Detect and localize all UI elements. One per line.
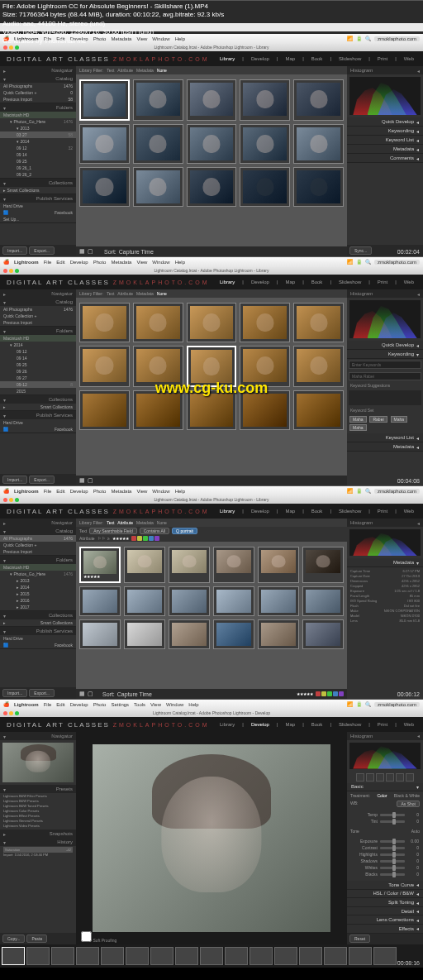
- filmstrip[interactable]: [0, 944, 423, 968]
- thumbnail[interactable]: [240, 79, 290, 121]
- module-slideshow[interactable]: Slideshow: [336, 56, 364, 61]
- thumbnail[interactable]: [133, 390, 183, 430]
- crop-tool-icon[interactable]: [356, 773, 364, 782]
- thumbnail[interactable]: [293, 124, 344, 164]
- thumbnail[interactable]: [79, 79, 130, 121]
- soft-proofing-checkbox[interactable]: [81, 931, 92, 942]
- paste-button[interactable]: Paste: [26, 935, 47, 943]
- gradient-tool-icon[interactable]: [386, 773, 394, 782]
- search-text[interactable]: Q portrait: [172, 528, 197, 534]
- contains-dropdown[interactable]: Contains All: [140, 528, 169, 534]
- thumbnail[interactable]: [258, 619, 299, 649]
- url: zmoklaphoto.com: [374, 36, 420, 41]
- thumbnail[interactable]: [240, 124, 290, 164]
- loupe-view-icon[interactable]: ▢: [88, 248, 93, 255]
- thumbnail[interactable]: [169, 547, 210, 583]
- battery-icon[interactable]: 🔋: [356, 36, 362, 41]
- thumbnail[interactable]: [79, 346, 130, 387]
- module-library[interactable]: Library: [217, 56, 237, 61]
- thumbnail[interactable]: [240, 303, 290, 342]
- right-panel: Histogram◂ Quick Develop◂ Keywording◂ Ke…: [347, 66, 423, 256]
- thumbnail[interactable]: [124, 547, 165, 583]
- identity-plate: DIGITAL ART CLASSES ZMOKLAPHOTO.COM Libr…: [0, 51, 423, 66]
- thumbnail[interactable]: [213, 619, 254, 649]
- thumbnail[interactable]: [187, 124, 237, 164]
- applied-keyword[interactable]: Maha Rabei: [349, 372, 421, 380]
- copy-button[interactable]: Copy...: [2, 935, 25, 943]
- left-panel: ▸Navigator ▾Catalog All Photographs1476 …: [0, 66, 76, 256]
- grid-view-icon[interactable]: ▦: [79, 248, 85, 255]
- module-web[interactable]: Web: [402, 56, 416, 61]
- thumbnail[interactable]: [124, 619, 165, 649]
- temp-slider[interactable]: Temp0: [351, 812, 419, 817]
- thumbnail[interactable]: [133, 79, 183, 121]
- comments-section[interactable]: Comments◂: [347, 154, 423, 163]
- file-info-overlay: File: Adobe Lightroom CC for Absolute Be…: [0, 0, 226, 48]
- thumbnail[interactable]: [187, 79, 237, 121]
- thumbnail[interactable]: [79, 303, 130, 342]
- watermark: www.cg-ku.com: [155, 379, 268, 396]
- thumbnail[interactable]: [133, 124, 183, 164]
- macos-menu-bar: 🍎Lightroom FileEditDevelopPhotoMetadataV…: [0, 257, 423, 266]
- thumbnail[interactable]: [293, 167, 344, 207]
- exposure-slider[interactable]: Exposure0.00: [351, 839, 419, 844]
- thumbnail[interactable]: [302, 586, 344, 616]
- folder-drive[interactable]: Macintosh HD: [0, 112, 76, 118]
- reset-button[interactable]: Reset: [349, 935, 370, 943]
- thumbnail[interactable]: [293, 390, 344, 430]
- thumbnail[interactable]: [124, 586, 165, 616]
- export-button[interactable]: Export...: [29, 246, 55, 255]
- thumbnail[interactable]: [79, 619, 121, 649]
- thumbnail[interactable]: [187, 303, 237, 342]
- keywording-section[interactable]: Keywording◂: [347, 127, 423, 136]
- keyword-list-section[interactable]: Keyword List◂: [347, 136, 423, 145]
- catalog-quick[interactable]: Quick Collection +0: [0, 89, 76, 96]
- module-print[interactable]: Print: [375, 56, 390, 61]
- toolbar: ▦ ▢ Sort: Capture Time: [76, 246, 347, 256]
- thumbnail[interactable]: [187, 167, 237, 207]
- thumbnail[interactable]: [240, 167, 290, 207]
- library-filter: Library Filter: Text Attribute Metadata …: [76, 66, 347, 74]
- radial-tool-icon[interactable]: [396, 773, 404, 782]
- thumbnail[interactable]: [79, 390, 130, 430]
- sync-button[interactable]: Sync...: [349, 246, 372, 255]
- wifi-icon[interactable]: 📶: [347, 36, 353, 41]
- thumbnail[interactable]: [293, 79, 344, 121]
- thumbnail[interactable]: [187, 390, 237, 430]
- thumbnail[interactable]: [79, 586, 121, 616]
- thumbnail[interactable]: [213, 586, 254, 616]
- thumbnail[interactable]: [133, 167, 183, 207]
- search-field-dropdown[interactable]: Any Searchable Field: [89, 528, 137, 534]
- redeye-tool-icon[interactable]: [376, 773, 384, 782]
- thumbnail[interactable]: [79, 167, 130, 207]
- thumbnail[interactable]: [133, 303, 183, 342]
- thumbnail[interactable]: [79, 124, 130, 164]
- keyword-input[interactable]: Enter Keywords: [349, 361, 421, 369]
- thumbnail[interactable]: [169, 586, 210, 616]
- thumbnail[interactable]: [213, 547, 254, 583]
- module-book[interactable]: Book: [309, 56, 326, 61]
- module-map[interactable]: Map: [283, 56, 297, 61]
- folder-item[interactable]: ▾ Photos_Go_Here1476: [0, 118, 76, 125]
- grid-view: Library Filter: Text Attribute Metadata …: [76, 66, 347, 256]
- brush-tool-icon[interactable]: [406, 773, 414, 782]
- thumbnail[interactable]: [293, 303, 344, 342]
- thumbnail[interactable]: [240, 390, 290, 430]
- metadata-section[interactable]: Metadata◂: [347, 145, 423, 154]
- tint-slider[interactable]: Tint0: [351, 819, 419, 824]
- thumbnail[interactable]: [258, 547, 299, 583]
- navigator-header: ▸Navigator: [0, 66, 76, 74]
- module-develop[interactable]: Develop: [249, 56, 272, 61]
- thumbnail[interactable]: [302, 547, 344, 583]
- search-icon[interactable]: 🔍: [365, 36, 371, 41]
- thumbnail[interactable]: [169, 619, 210, 649]
- catalog-all[interactable]: All Photographs1476: [0, 83, 76, 89]
- quick-develop-section[interactable]: Quick Develop◂: [347, 117, 423, 127]
- catalog-prev[interactable]: Previous Import58: [0, 96, 76, 103]
- spot-tool-icon[interactable]: [366, 773, 374, 782]
- thumbnail[interactable]: [293, 346, 344, 387]
- thumbnail[interactable]: [258, 586, 299, 616]
- thumbnail[interactable]: ★★★★★: [79, 547, 121, 583]
- import-button[interactable]: Import...: [2, 246, 27, 255]
- thumbnail[interactable]: [302, 619, 344, 649]
